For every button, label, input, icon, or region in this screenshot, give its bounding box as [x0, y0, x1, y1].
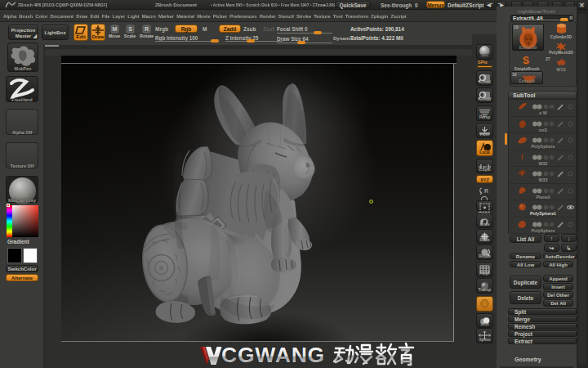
- svg-text:S: S: [128, 26, 132, 32]
- svg-text:R: R: [145, 26, 149, 32]
- svg-text:CGWANG: CGWANG: [221, 343, 325, 367]
- svg-text:M: M: [113, 26, 118, 32]
